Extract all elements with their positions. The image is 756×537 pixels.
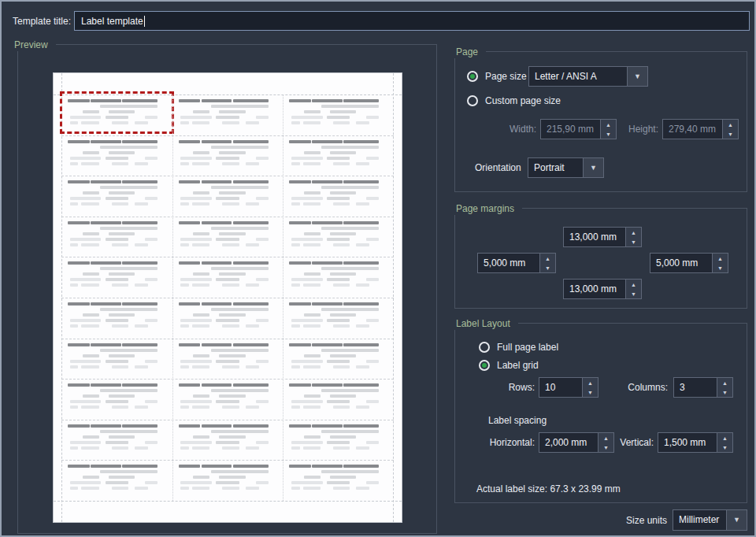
template-title-label: Template title: [13,16,71,27]
spin-down-icon[interactable]: ▼ [626,237,641,246]
rows-spinner[interactable]: 10 ▲ ▼ [539,377,598,398]
label-cell[interactable] [172,135,284,176]
vertical-spacing-value: 1,500 mm [658,432,717,453]
orientation-dropdown[interactable]: Portrait ▼ [528,157,604,178]
label-placeholder-lines [61,135,172,168]
page-size-radio[interactable] [467,71,478,82]
page-size-radio-row[interactable]: Page size [467,66,527,87]
spin-up-icon[interactable]: ▲ [717,433,732,443]
rows-value: 10 [539,377,583,398]
size-units-dropdown[interactable]: Millimeter ▼ [673,509,747,531]
preview-grid [61,94,394,501]
text-cursor [144,16,145,27]
spin-down-icon[interactable]: ▼ [601,129,616,139]
height-spinner[interactable]: 279,40 mm ▲ ▼ [662,119,739,139]
label-placeholder-lines [61,298,172,330]
label-cell[interactable] [283,379,394,420]
row-separator-guide [61,135,394,136]
label-cell[interactable] [61,420,172,461]
spin-down-icon[interactable]: ▼ [626,289,641,298]
spin-up-icon[interactable]: ▲ [626,228,641,237]
label-placeholder-lines [61,94,172,127]
right-margin-spinner[interactable]: 5,000 mm ▲ ▼ [650,253,728,273]
label-cell[interactable] [172,379,284,420]
width-spinner[interactable]: 215,90 mm ▲ ▼ [540,119,617,139]
spin-up-icon[interactable]: ▲ [583,378,598,387]
spin-up-icon[interactable]: ▲ [601,120,616,129]
custom-page-size-radio-row[interactable]: Custom page size [467,94,561,108]
label-cell[interactable] [61,257,172,298]
vertical-spacing-spinner[interactable]: 1,500 mm ▲ ▼ [658,432,733,453]
label-cell[interactable] [283,217,394,257]
label-cell[interactable] [283,460,394,501]
bottom-margin-spinner[interactable]: 13,000 mm ▲ ▼ [563,279,642,299]
label-cell[interactable] [172,298,284,339]
orientation-dropdown-button[interactable]: ▼ [584,157,604,178]
horizontal-spacing-spinner[interactable]: 2,000 mm ▲ ▼ [539,432,614,453]
label-cell[interactable] [61,94,172,135]
label-cell[interactable] [61,460,172,501]
spin-up-icon[interactable]: ▲ [598,433,613,443]
spin-down-icon[interactable]: ▼ [717,387,732,397]
columns-spinner[interactable]: 3 ▲ ▼ [673,377,733,398]
spin-down-icon[interactable]: ▼ [717,443,732,452]
label-grid-radio[interactable] [479,360,490,371]
label-cell[interactable] [283,135,394,176]
horizontal-label: Horizontal: [479,437,535,448]
label-cell[interactable] [172,460,284,501]
label-placeholder-lines [283,339,394,371]
preview-page [53,72,402,523]
full-page-label-radio-row[interactable]: Full page label [479,340,558,354]
right-margin-value: 5,000 mm [650,253,713,273]
columns-label: Columns: [616,382,668,393]
label-cell[interactable] [172,217,284,257]
label-cell[interactable] [283,94,394,135]
left-margin-spinner[interactable]: 5,000 mm ▲ ▼ [477,253,556,273]
label-cell[interactable] [283,339,394,380]
label-placeholder-lines [172,176,284,208]
spin-down-icon[interactable]: ▼ [540,263,555,272]
label-cell[interactable] [61,176,172,217]
spin-down-icon[interactable]: ▼ [723,129,738,139]
label-placeholder-lines [283,257,394,289]
chevron-down-icon: ▼ [634,73,641,80]
label-cell[interactable] [283,420,394,461]
page-size-dropdown-button[interactable]: ▼ [628,66,648,87]
full-page-label-radio[interactable] [479,342,490,353]
spin-up-icon[interactable]: ▲ [723,120,738,129]
page-margins-group-title: Page margins [454,202,522,215]
spin-up-icon[interactable]: ▲ [626,280,641,289]
spin-up-icon[interactable]: ▲ [540,254,555,263]
label-cell[interactable] [283,257,394,298]
custom-page-size-radio-label: Custom page size [485,95,561,106]
label-cell[interactable] [283,298,394,339]
spin-up-icon[interactable]: ▲ [713,254,728,263]
custom-page-size-radio[interactable] [467,95,478,106]
label-cell[interactable] [172,339,284,380]
label-cell[interactable] [61,339,172,380]
spin-up-icon[interactable]: ▲ [717,378,732,387]
page-group-title: Page [454,46,486,58]
label-cell[interactable] [172,176,284,217]
template-title-input[interactable]: Label template [74,11,750,31]
spin-down-icon[interactable]: ▼ [598,443,613,452]
label-cell[interactable] [283,176,394,217]
top-margin-value: 13,000 mm [563,227,626,247]
page-size-dropdown[interactable]: Letter / ANSI A ▼ [528,66,648,87]
label-cell[interactable] [172,94,284,135]
label-cell[interactable] [61,379,172,420]
size-units-dropdown-button[interactable]: ▼ [727,509,747,531]
chevron-down-icon: ▼ [733,517,740,524]
spin-down-icon[interactable]: ▼ [583,387,598,397]
row-separator-guide [61,176,394,176]
label-layout-group: Label Layout Full page label Label grid … [454,323,747,503]
spin-down-icon[interactable]: ▼ [713,263,728,272]
label-cell[interactable] [172,257,284,298]
label-cell[interactable] [61,135,172,176]
label-placeholder-lines [61,217,172,249]
top-margin-spinner[interactable]: 13,000 mm ▲ ▼ [563,227,642,247]
label-cell[interactable] [61,217,172,257]
label-cell[interactable] [61,298,172,339]
label-grid-radio-row[interactable]: Label grid [479,358,539,372]
label-cell[interactable] [172,420,284,461]
